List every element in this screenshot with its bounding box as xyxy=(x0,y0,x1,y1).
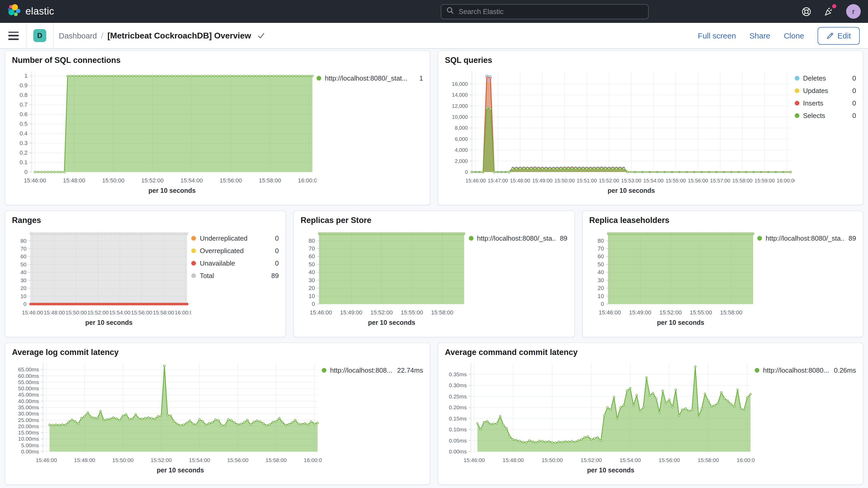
svg-text:0.2: 0.2 xyxy=(20,149,28,156)
menu-hamburger-icon[interactable] xyxy=(8,31,19,40)
legend-item[interactable]: Updates0 xyxy=(795,87,856,95)
legend-item[interactable]: http://localhost:8080/_sta...89 xyxy=(757,234,856,242)
legend-item[interactable]: Deletes0 xyxy=(795,74,856,82)
svg-text:0.8: 0.8 xyxy=(20,92,28,98)
legend-label: Deletes xyxy=(803,74,848,82)
chart-legend: Underreplicated0Overreplicated0Unavailab… xyxy=(191,226,279,329)
svg-text:5.00ms: 5.00ms xyxy=(21,442,39,448)
svg-text:14,000: 14,000 xyxy=(452,92,468,98)
legend-label: Underreplicated xyxy=(200,234,271,242)
legend-item[interactable]: http://localhost:8080/_sta...89 xyxy=(469,234,567,242)
svg-text:0.00ms: 0.00ms xyxy=(449,449,467,455)
svg-text:15:50:00: 15:50:00 xyxy=(541,457,563,463)
full-screen-button[interactable]: Full screen xyxy=(698,31,736,40)
user-avatar[interactable]: r xyxy=(846,4,861,19)
news-feed-icon[interactable] xyxy=(823,6,835,17)
clone-button[interactable]: Clone xyxy=(784,31,804,40)
svg-text:0: 0 xyxy=(600,301,604,307)
panel-title: Replica leaseholders xyxy=(589,216,856,225)
svg-text:15:58:00: 15:58:00 xyxy=(698,457,719,463)
svg-text:0.1: 0.1 xyxy=(20,159,28,165)
svg-text:0.35ms: 0.35ms xyxy=(449,371,467,377)
legend-label: http://localhost:808... xyxy=(330,366,393,374)
elastic-brand[interactable]: elastic xyxy=(7,4,296,19)
svg-text:15:59:00: 15:59:00 xyxy=(754,178,775,183)
svg-text:16,000: 16,000 xyxy=(452,81,468,87)
svg-text:15:54:00: 15:54:00 xyxy=(644,178,664,183)
legend-item[interactable]: Overreplicated0 xyxy=(191,247,279,255)
chart-legend: http://localhost:8080/_sta...89 xyxy=(469,226,567,329)
legend-item[interactable]: Underreplicated0 xyxy=(191,234,279,242)
legend-label: http://localhost:8080/_stat... xyxy=(325,74,415,82)
legend-value: 0 xyxy=(275,259,279,267)
svg-text:15:58:00: 15:58:00 xyxy=(732,178,753,183)
divider xyxy=(53,23,54,49)
legend-item[interactable]: Unavailable0 xyxy=(191,259,279,267)
legend-item[interactable]: Selects0 xyxy=(795,112,856,120)
legend-item[interactable]: Total89 xyxy=(191,272,279,280)
top-bar: elastic xyxy=(0,0,868,23)
chart-legend: Deletes0Updates0Inserts0Selects0 xyxy=(795,66,856,197)
svg-text:12,000: 12,000 xyxy=(452,103,468,109)
chart-svg: 15:46:0015:47:0015:48:0015:49:0015:50:00… xyxy=(445,66,795,197)
svg-text:50: 50 xyxy=(309,261,315,268)
panel-number-of-sql-connections: Number of SQL connections 15:46:0015:48:… xyxy=(5,51,430,205)
svg-text:0.10ms: 0.10ms xyxy=(449,426,467,432)
legend-item[interactable]: http://localhost:8080/_stat...1 xyxy=(316,74,423,82)
legend-color-dot xyxy=(469,236,473,241)
edit-button[interactable]: Edit xyxy=(817,27,860,44)
legend-item[interactable]: http://localhost:808...22.74ms xyxy=(322,366,423,374)
svg-text:15:48:00: 15:48:00 xyxy=(63,177,85,184)
elastic-logo-icon xyxy=(7,4,21,19)
panel-title: Ranges xyxy=(12,216,279,225)
svg-text:15:54:00: 15:54:00 xyxy=(109,309,130,315)
svg-text:0.05ms: 0.05ms xyxy=(449,437,467,444)
legend-value: 89 xyxy=(848,234,856,242)
title-check-icon[interactable] xyxy=(257,32,265,39)
panel-title: Replicas per Store xyxy=(301,216,567,225)
dashboard-nav-bar: D Dashboard / [Metricbeat CockroachDB] O… xyxy=(0,23,868,49)
svg-text:16:00:00: 16:00:00 xyxy=(777,178,795,183)
svg-text:15:46:00: 15:46:00 xyxy=(22,309,43,315)
svg-text:15:46:00: 15:46:00 xyxy=(465,178,486,183)
svg-text:50: 50 xyxy=(21,262,27,267)
svg-text:16:00:00: 16:00:00 xyxy=(298,177,316,184)
svg-text:80: 80 xyxy=(21,238,27,244)
chart-svg: 15:46:0015:48:0015:50:0015:52:0015:54:00… xyxy=(12,358,322,477)
legend-item[interactable]: Inserts0 xyxy=(795,99,856,107)
divider xyxy=(26,23,27,49)
svg-text:0.6: 0.6 xyxy=(20,111,28,118)
svg-text:15:48:00: 15:48:00 xyxy=(503,457,524,463)
svg-text:0.20ms: 0.20ms xyxy=(449,404,467,410)
svg-text:40.00ms: 40.00ms xyxy=(18,398,39,404)
svg-text:15:56:00: 15:56:00 xyxy=(131,309,152,315)
legend-value: 0 xyxy=(275,234,279,242)
svg-text:20: 20 xyxy=(309,285,315,291)
svg-text:70: 70 xyxy=(21,246,27,251)
legend-color-dot xyxy=(755,368,760,373)
legend-value: 0 xyxy=(852,112,856,120)
svg-text:0.7: 0.7 xyxy=(20,101,28,108)
svg-text:4,000: 4,000 xyxy=(455,147,468,153)
legend-color-dot xyxy=(191,248,196,253)
panel-ranges: Ranges 15:46:0015:48:0015:50:0015:52:001… xyxy=(5,211,286,337)
svg-text:0.5: 0.5 xyxy=(20,121,28,127)
svg-text:40: 40 xyxy=(309,269,315,275)
svg-text:60: 60 xyxy=(21,253,27,259)
legend-item[interactable]: http://localhost:8080...0.26ms xyxy=(755,366,856,374)
svg-text:15:56:00: 15:56:00 xyxy=(688,178,708,183)
svg-text:0.00ms: 0.00ms xyxy=(21,449,39,455)
svg-text:15:52:00: 15:52:00 xyxy=(142,177,164,184)
breadcrumb-dashboard[interactable]: Dashboard xyxy=(59,31,97,40)
svg-text:15:54:00: 15:54:00 xyxy=(189,457,210,463)
search-input[interactable] xyxy=(458,7,643,16)
svg-text:0.3: 0.3 xyxy=(20,140,28,146)
svg-text:16:00:00: 16:00:00 xyxy=(304,457,322,463)
svg-text:15:55:00: 15:55:00 xyxy=(689,309,712,316)
share-button[interactable]: Share xyxy=(749,31,770,40)
svg-text:10.00ms: 10.00ms xyxy=(18,436,39,442)
help-icon[interactable] xyxy=(800,6,812,17)
svg-text:15:54:00: 15:54:00 xyxy=(620,457,641,463)
svg-text:15:46:00: 15:46:00 xyxy=(36,457,57,463)
global-search[interactable] xyxy=(440,4,648,19)
